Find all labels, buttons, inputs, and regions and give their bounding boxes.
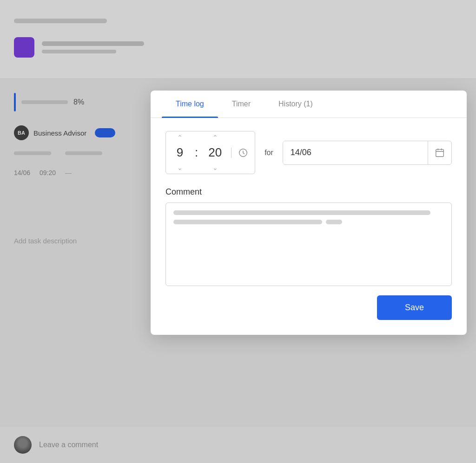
hours-down-button[interactable]: ⌄ <box>166 162 194 174</box>
clock-icon-button[interactable] <box>231 148 255 158</box>
date-input-wrap <box>283 141 452 165</box>
date-input[interactable] <box>283 141 428 164</box>
calendar-button[interactable] <box>428 141 451 164</box>
time-picker-section: ⌃ 9 ⌄ : ⌃ 20 ⌄ <box>165 131 452 174</box>
time-colon: : <box>194 145 199 160</box>
time-input-box: ⌃ 9 ⌄ : ⌃ 20 ⌄ <box>165 131 255 174</box>
comment-ph-line-1 <box>173 210 430 215</box>
comment-ph-line-2-row <box>173 220 444 224</box>
calendar-icon <box>435 148 445 158</box>
for-label: for <box>264 149 273 157</box>
minutes-display: 20 <box>199 143 231 162</box>
svg-rect-1 <box>436 149 444 157</box>
modal-tabs: Time log Timer History (1) <box>151 91 467 118</box>
time-log-modal: Time log Timer History (1) ⌃ 9 ⌄ : <box>151 91 467 335</box>
tab-history[interactable]: History (1) <box>264 91 327 117</box>
save-button[interactable]: Save <box>377 295 452 320</box>
comment-textarea-visual[interactable] <box>165 202 452 286</box>
minutes-down-button[interactable]: ⌄ <box>201 162 229 174</box>
comment-ph-line-2 <box>173 220 322 224</box>
minutes-up-button[interactable]: ⌃ <box>201 131 229 143</box>
modal-overlay: Time log Timer History (1) ⌃ 9 ⌄ : <box>0 0 476 463</box>
comment-ph-dot <box>326 220 342 224</box>
modal-body: ⌃ 9 ⌄ : ⌃ 20 ⌄ <box>151 118 467 335</box>
minutes-column: ⌃ 20 ⌄ <box>199 131 231 174</box>
hours-display: 9 <box>167 143 192 162</box>
clock-icon <box>238 148 248 158</box>
tab-time-log[interactable]: Time log <box>162 91 218 117</box>
comment-label: Comment <box>165 187 452 197</box>
comment-section: Comment <box>165 187 452 286</box>
hours-column: ⌃ 9 ⌄ <box>166 131 194 174</box>
hours-up-button[interactable]: ⌃ <box>166 131 194 143</box>
modal-footer: Save <box>165 286 452 320</box>
tab-timer[interactable]: Timer <box>218 91 264 117</box>
